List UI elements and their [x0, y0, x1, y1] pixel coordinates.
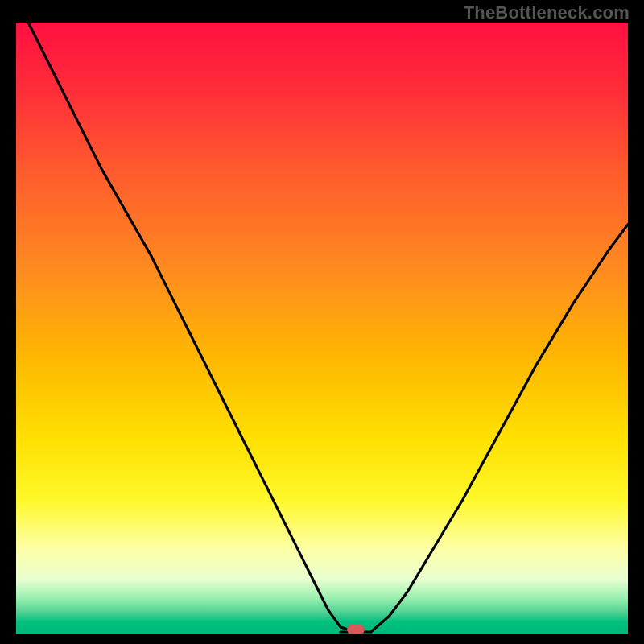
- curve-left-path: [28, 23, 356, 632]
- bottleneck-curve: [16, 23, 628, 634]
- curve-right-path: [371, 225, 628, 632]
- watermark-label: TheBottleneck.com: [464, 2, 630, 23]
- chart-frame: TheBottleneck.com: [0, 0, 644, 644]
- optimum-marker: [347, 625, 365, 634]
- plot-area: [16, 23, 628, 634]
